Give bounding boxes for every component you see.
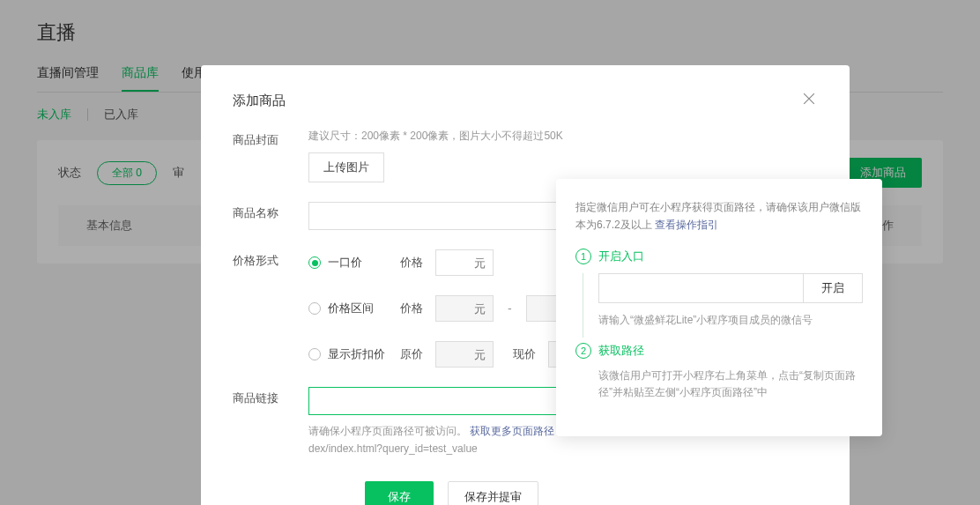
get-more-path-link[interactable]: 获取更多页面路径	[470, 425, 554, 437]
label-cover: 商品封面	[233, 129, 308, 148]
radio-discount[interactable]: 显示折扣价	[308, 346, 388, 362]
radio-icon	[308, 302, 321, 315]
link-help-a: 请确保小程序页面路径可被访问。	[308, 425, 467, 437]
range-dash: -	[508, 301, 512, 316]
orig-price-input[interactable]	[435, 341, 494, 368]
radio-fixed-price[interactable]: 一口价	[308, 255, 388, 271]
range-low-input[interactable]	[435, 295, 494, 322]
label-link: 商品链接	[233, 387, 308, 406]
radio-icon	[308, 348, 321, 360]
step-1-header: 1 开启入口	[575, 249, 863, 264]
step-1-badge: 1	[575, 249, 591, 264]
popover-intro: 指定微信用户可在小程序获得页面路径，请确保该用户微信版本为6.7.2及以上 查看…	[575, 198, 863, 234]
modal-title: 添加商品	[233, 93, 286, 109]
sublabel-price-range: 价格	[400, 301, 423, 316]
radio-icon	[308, 256, 321, 269]
save-and-submit-button[interactable]: 保存并提审	[448, 481, 538, 505]
path-guide-popover: 指定微信用户可在小程序获得页面路径，请确保该用户微信版本为6.7.2及以上 查看…	[556, 179, 882, 436]
step-2-hint: 该微信用户可打开小程序右上角菜单，点击“复制页面路径”并粘贴至左侧“小程序页面路…	[598, 368, 863, 401]
label-name: 商品名称	[233, 202, 308, 221]
step-2-title: 获取路径	[598, 343, 644, 359]
cover-hint: 建议尺寸：200像素 * 200像素，图片大小不得超过50K	[308, 129, 818, 144]
modal-actions: 保存 保存并提审	[233, 481, 818, 505]
open-button[interactable]: 开启	[803, 273, 863, 303]
step-2-header: 2 获取路径	[575, 343, 863, 359]
step-1-hint: 请输入“微盛鲜花Lite”小程序项目成员的微信号	[598, 312, 863, 329]
radio-fixed-label: 一口价	[328, 255, 362, 271]
label-price-type: 价格形式	[233, 249, 308, 269]
sublabel-orig: 原价	[400, 346, 423, 362]
view-guide-link[interactable]: 查看操作指引	[655, 219, 718, 231]
close-icon[interactable]	[800, 90, 818, 111]
step-2-body: 该微信用户可打开小程序右上角菜单，点击“复制页面路径”并粘贴至左侧“小程序页面路…	[575, 368, 863, 415]
sublabel-price: 价格	[400, 255, 423, 271]
step-1-title: 开启入口	[598, 249, 644, 264]
radio-range-label: 价格区间	[328, 301, 374, 316]
radio-price-range[interactable]: 价格区间	[308, 301, 388, 316]
step-1-body: 开启 请输入“微盛鲜花Lite”小程序项目成员的微信号	[575, 273, 863, 343]
step-2-badge: 2	[575, 343, 591, 359]
link-help-c: dex/index.html?query_id=test_value	[308, 442, 478, 455]
radio-discount-label: 显示折扣价	[328, 346, 385, 362]
sublabel-now: 现价	[513, 346, 536, 362]
upload-image-button[interactable]: 上传图片	[308, 152, 384, 182]
wechat-id-input[interactable]	[598, 273, 803, 303]
fixed-price-input[interactable]	[435, 249, 494, 276]
save-button[interactable]: 保存	[365, 481, 434, 505]
